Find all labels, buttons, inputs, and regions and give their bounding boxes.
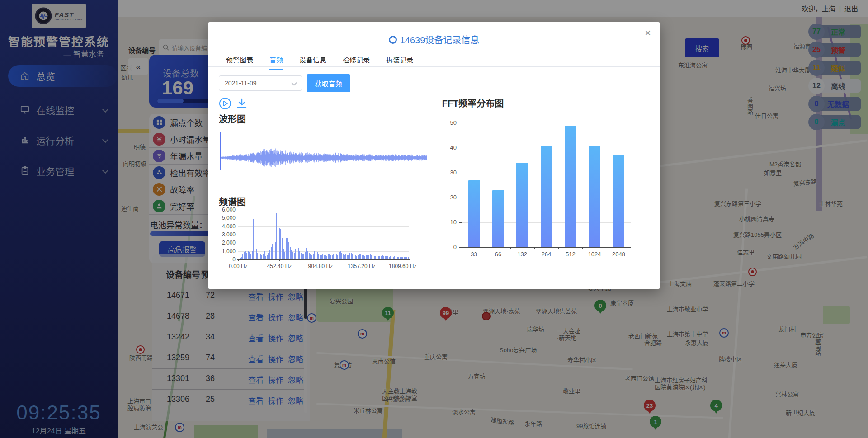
spectrum-x-tick	[279, 259, 280, 261]
spectrum-bar	[252, 251, 253, 259]
spectrum-bar	[245, 251, 246, 259]
spectrum-bar	[268, 253, 269, 259]
fft-gridline	[462, 198, 631, 198]
spectrum-bar	[344, 255, 345, 260]
spectrum-gridline	[238, 210, 409, 210]
spectrum-bar	[264, 251, 265, 259]
spectrum-bar	[373, 256, 373, 259]
fft-ytick-label: 50	[439, 119, 457, 126]
spectrum-bar	[306, 248, 307, 259]
play-audio-icon[interactable]	[219, 97, 231, 110]
spectrum-bar	[358, 255, 359, 260]
spectrum-chart: 6,0005,0004,0003,0002,0001,00000.00 Hz45…	[219, 205, 418, 276]
fft-x-tick	[631, 247, 631, 249]
spectrum-bar	[274, 246, 274, 259]
spectrum-bar	[335, 253, 335, 259]
spectrum-bar	[394, 256, 395, 259]
spectrum-bar	[329, 254, 330, 259]
spectrum-bar	[249, 252, 250, 259]
spectrum-bar	[340, 251, 341, 259]
date-select-value: 2021-11-09	[225, 80, 257, 87]
spectrum-bar	[294, 253, 295, 259]
spectrum-ytick-label: 1,000	[219, 248, 236, 254]
spectrum-bar	[303, 254, 304, 259]
spectrum-bar	[318, 254, 319, 259]
spectrum-bar	[269, 250, 270, 259]
spectrum-bar	[332, 255, 333, 259]
tab-预警图表[interactable]: 预警图表	[226, 55, 253, 70]
spectrum-bar	[244, 252, 245, 260]
fft-gridline	[462, 222, 631, 223]
spectrum-bar	[390, 256, 391, 259]
fft-ytick-label: 20	[439, 194, 457, 201]
spectrum-bar	[383, 256, 384, 259]
spectrum-bar	[271, 247, 272, 259]
device-record-modal: 14639设备记录信息 × 预警图表音频设备信息检修记录拆装记录 2021-11…	[208, 22, 660, 289]
tab-设备信息[interactable]: 设备信息	[299, 55, 326, 70]
spectrum-bar	[248, 251, 249, 259]
modal-tabs: 预警图表音频设备信息检修记录拆装记录	[226, 55, 413, 70]
spectrum-bar	[333, 254, 334, 259]
fft-xtick-label: 132	[511, 251, 533, 258]
spectrum-bar	[385, 256, 386, 259]
spectrum-x-tick	[321, 259, 321, 261]
spectrum-bar	[343, 254, 344, 259]
download-audio-icon[interactable]	[236, 98, 248, 109]
spectrum-bar	[280, 229, 281, 259]
spectrum-bar	[256, 249, 257, 259]
fft-ytick-label: 10	[439, 219, 457, 226]
fft-ytick-label: 0	[439, 244, 457, 250]
fft-y-tick	[459, 222, 462, 223]
spectrum-gridline	[238, 226, 409, 227]
spectrum-bar	[305, 252, 306, 259]
spectrum-bar	[311, 255, 312, 259]
spectrum-gridline	[238, 235, 409, 235]
spectrum-bar	[263, 254, 264, 259]
fft-gridline	[462, 173, 631, 173]
spectrum-bar	[326, 256, 327, 259]
spectrum-bar	[336, 254, 337, 259]
tab-拆装记录[interactable]: 拆装记录	[386, 55, 413, 70]
spectrum-bar	[356, 256, 357, 259]
spectrum-bar	[396, 256, 396, 259]
spectrum-bar	[259, 251, 259, 259]
fft-x-tick	[510, 247, 511, 249]
spectrum-bar	[387, 256, 388, 259]
spectrum-bar	[282, 238, 283, 259]
spectrum-x-axis	[237, 259, 410, 260]
spectrum-bar	[366, 255, 367, 260]
fft-xtick-label: 2048	[607, 251, 630, 258]
tabs-divider	[208, 66, 660, 67]
fetch-audio-button[interactable]: 获取音频	[307, 74, 350, 92]
fft-xtick-label: 1024	[583, 251, 606, 258]
spectrum-bar	[295, 249, 296, 259]
spectrum-bar	[260, 254, 261, 259]
spectrum-bar	[374, 256, 375, 259]
spectrum-bar	[392, 256, 392, 259]
spectrum-bar	[345, 254, 346, 259]
spectrum-bar	[375, 256, 376, 259]
spectrum-bar	[328, 254, 329, 259]
spectrum-bar	[351, 253, 352, 259]
spectrum-ytick-label: 5,000	[219, 215, 236, 221]
spectrum-bar	[307, 251, 308, 259]
fft-bar-66	[492, 190, 504, 248]
modal-title-wrap: 14639设备记录信息	[208, 33, 660, 46]
modal-title: 14639设备记录信息	[400, 33, 480, 46]
spectrum-bar	[354, 255, 354, 259]
spectrum-bar	[265, 256, 266, 259]
record-ring-icon	[389, 36, 397, 44]
spectrum-bar	[272, 244, 273, 260]
close-icon[interactable]: ×	[645, 28, 651, 38]
spectrum-bar	[347, 255, 348, 259]
spectrum-bar	[299, 251, 300, 259]
fft-bar-33	[468, 180, 480, 248]
fft-bar-264	[541, 146, 552, 248]
tab-音频[interactable]: 音频	[269, 55, 283, 70]
tab-检修记录[interactable]: 检修记录	[343, 55, 370, 70]
fft-ytick-label: 40	[439, 144, 457, 151]
spectrum-bar	[301, 253, 302, 259]
spectrum-bar	[370, 254, 371, 259]
date-select[interactable]: 2021-11-09	[219, 75, 302, 91]
spectrum-bar	[355, 255, 356, 259]
